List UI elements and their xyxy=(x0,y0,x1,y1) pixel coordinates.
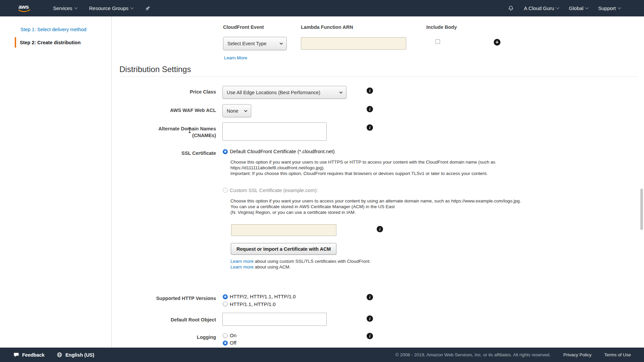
chevron-down-icon xyxy=(244,109,248,112)
logging-info-icon[interactable]: i xyxy=(367,333,373,339)
active-step-indicator xyxy=(15,37,16,48)
sidebar-step-2-label: Step 2: Create distribution xyxy=(20,40,80,45)
ssl-custom-desc-line2: You can use a certificate stored in AWS … xyxy=(230,204,521,209)
ssl-custom-description: Choose this option if you want your user… xyxy=(230,198,521,216)
lambda-learn-more-link[interactable]: Learn More xyxy=(224,55,247,60)
nav-resource-groups-label: Resource Groups xyxy=(89,5,129,11)
chevron-down-icon xyxy=(585,6,589,9)
http2-radio-label[interactable]: HTTP/2, HTTP/1.1, HTTP/1.0 xyxy=(230,294,296,300)
logging-off-radio[interactable] xyxy=(223,341,228,346)
terms-of-use-link[interactable]: Terms of Use xyxy=(604,352,631,357)
include-body-column-label: Include Body xyxy=(426,24,457,30)
ssl-custom-radio[interactable] xyxy=(223,188,228,193)
feedback-button[interactable]: Feedback xyxy=(13,352,45,358)
footer-left-group: Feedback English (US) xyxy=(13,352,94,358)
price-class-select-value: Use All Edge Locations (Best Performance… xyxy=(227,90,320,95)
ssl-learn-more-1-rest: about using custom SSL/TLS certificates … xyxy=(254,259,371,264)
cnames-textarea[interactable] xyxy=(222,122,327,141)
ssl-custom-radio-label[interactable]: Custom SSL Certificate (example.com): xyxy=(230,187,318,193)
footer-right-group: © 2008 - 2019, Amazon Web Services, Inc.… xyxy=(395,352,631,357)
lambda-arn-input[interactable] xyxy=(301,37,406,50)
ssl-default-desc-line1: Choose this option if you want your user… xyxy=(230,159,495,165)
ssl-default-radio-label[interactable]: Default CloudFront Certificate (*.cloudf… xyxy=(230,148,335,155)
http-versions-label: Supported HTTP Versions xyxy=(132,295,216,302)
add-lambda-association-icon[interactable]: + xyxy=(494,39,500,46)
nav-account-label: A Cloud Guru xyxy=(524,5,554,11)
nav-region-menu[interactable]: Global xyxy=(569,5,588,11)
logging-off-radio-label[interactable]: Off xyxy=(230,340,236,346)
notifications-bell-icon[interactable] xyxy=(508,5,514,11)
chevron-down-icon xyxy=(280,42,283,45)
ssl-learn-more-2-rest: about using ACM. xyxy=(254,264,290,269)
svg-text:aws: aws xyxy=(18,4,29,10)
vertical-scrollbar-thumb[interactable] xyxy=(640,189,643,230)
globe-icon xyxy=(57,352,62,358)
ssl-default-radio[interactable] xyxy=(223,149,228,154)
ssl-custom-desc-line1: Choose this option if you want your user… xyxy=(230,198,521,204)
chevron-down-icon xyxy=(556,6,559,9)
http11-radio-label[interactable]: HTTP/1.1, HTTP/1.0 xyxy=(230,301,276,307)
privacy-policy-link[interactable]: Privacy Policy xyxy=(563,352,591,357)
ssl-custom-desc-line3: (N. Virginia) Region, or you can use a c… xyxy=(230,209,521,215)
learn-more-link-text: Learn More xyxy=(224,55,247,60)
ssl-learn-more-2: Learn more about using ACM. xyxy=(230,264,290,269)
chevron-down-icon xyxy=(130,6,134,9)
chevron-down-icon xyxy=(618,6,621,9)
nav-account-menu[interactable]: A Cloud Guru xyxy=(524,5,559,11)
language-label: English (US) xyxy=(65,352,94,358)
event-type-select[interactable]: Select Event Type xyxy=(223,37,287,50)
http-versions-info-icon[interactable]: i xyxy=(367,294,373,300)
ssl-default-desc-line2: https://d111111abcdef8.cloudfront.net/lo… xyxy=(230,165,495,171)
aws-logo[interactable]: aws xyxy=(17,4,32,13)
nav-services-menu[interactable]: Services xyxy=(53,5,77,11)
ssl-learn-more-1-link[interactable]: Learn more xyxy=(230,259,254,264)
nav-support-menu[interactable]: Support xyxy=(598,5,621,11)
nav-services-label: Services xyxy=(53,5,72,11)
include-body-checkbox[interactable] xyxy=(435,39,440,44)
wizard-steps-sidebar: Step 1: Select delivery method Step 2: C… xyxy=(0,16,112,348)
logging-on-radio-label[interactable]: On xyxy=(230,333,236,339)
http2-radio[interactable] xyxy=(223,294,228,299)
default-root-object-input[interactable] xyxy=(222,313,327,326)
waf-web-acl-label: AWS WAF Web ACL xyxy=(132,107,216,114)
custom-certificate-input[interactable] xyxy=(231,224,336,236)
cloudfront-event-column-label: CloudFront Event xyxy=(223,24,264,30)
language-selector[interactable]: English (US) xyxy=(57,352,94,358)
section-divider xyxy=(119,76,638,77)
top-navigation-bar: aws Services Resource Groups A C xyxy=(0,0,644,16)
chevron-down-icon xyxy=(339,90,343,94)
sidebar-step-1-link[interactable]: Step 1: Select delivery method xyxy=(20,27,87,32)
ssl-learn-more-2-link[interactable]: Learn more xyxy=(230,264,254,269)
waf-web-acl-select[interactable]: None xyxy=(222,104,251,117)
logging-label: Logging xyxy=(132,334,216,341)
nav-region-label: Global xyxy=(569,5,583,11)
nav-resource-groups-menu[interactable]: Resource Groups xyxy=(89,5,133,11)
sidebar-step-2-current[interactable]: Step 2: Create distribution xyxy=(15,37,80,48)
ssl-certificate-label: SSL Certificate xyxy=(132,150,216,157)
http11-radio[interactable] xyxy=(223,302,228,307)
ssl-default-description: Choose this option if you want your user… xyxy=(230,159,495,177)
ssl-learn-more-1: Learn more about using custom SSL/TLS ce… xyxy=(230,259,371,264)
request-acm-certificate-button[interactable]: Request or Import a Certificate with ACM xyxy=(231,243,336,255)
pushpin-icon[interactable] xyxy=(145,6,151,11)
nav-support-label: Support xyxy=(598,5,616,11)
speech-bubble-icon xyxy=(13,352,19,358)
feedback-label: Feedback xyxy=(22,352,45,358)
distribution-settings-title: Distribution Settings xyxy=(119,65,191,74)
price-class-select[interactable]: Use All Edge Locations (Best Performance… xyxy=(222,86,346,99)
price-class-label: Price Class xyxy=(132,88,216,95)
cnames-label-line1: Alternate Domain Names xyxy=(132,125,216,132)
cnames-label-line2: (CNAMEs) xyxy=(132,132,216,139)
default-root-object-info-icon[interactable]: i xyxy=(367,315,373,322)
ssl-default-desc-line3: Important: If you choose this option, Cl… xyxy=(230,171,495,176)
cnames-label: Alternate Domain Names (CNAMEs) xyxy=(132,125,216,139)
lambda-arn-column-label: Lambda Function ARN xyxy=(301,24,353,30)
waf-select-value: None xyxy=(227,108,238,114)
price-class-info-icon[interactable]: i xyxy=(367,87,373,94)
cnames-info-icon[interactable]: i xyxy=(367,124,373,131)
main-content: CloudFront Event Lambda Function ARN Inc… xyxy=(112,16,644,348)
certificate-info-icon[interactable]: i xyxy=(377,226,383,232)
default-root-object-label: Default Root Object xyxy=(132,316,216,323)
waf-info-icon[interactable]: i xyxy=(367,106,373,112)
logging-on-radio[interactable] xyxy=(223,333,228,338)
